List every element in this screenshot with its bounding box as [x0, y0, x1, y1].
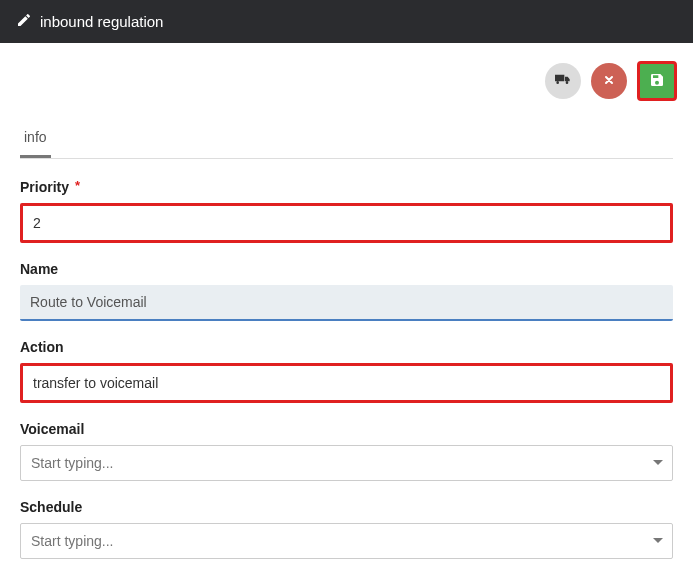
close-button[interactable]	[591, 63, 627, 99]
voicemail-select[interactable]	[20, 445, 673, 481]
action-label: Action	[20, 339, 673, 355]
name-input[interactable]	[20, 285, 673, 321]
tab-info[interactable]: info	[20, 119, 51, 158]
save-button[interactable]	[637, 61, 677, 101]
priority-input[interactable]	[20, 203, 673, 243]
field-schedule: Schedule	[20, 499, 673, 559]
content-area: info Priority * Name Action Voicemail Sc…	[0, 119, 693, 573]
edit-icon	[16, 12, 32, 31]
header-bar: inbound regulation	[0, 0, 693, 43]
required-asterisk: *	[75, 178, 80, 193]
schedule-input[interactable]	[20, 523, 673, 559]
field-name: Name	[20, 261, 673, 321]
field-voicemail: Voicemail	[20, 421, 673, 481]
action-toolbar	[0, 43, 693, 119]
action-input[interactable]	[20, 363, 673, 403]
voicemail-input[interactable]	[20, 445, 673, 481]
schedule-label: Schedule	[20, 499, 673, 515]
field-action: Action	[20, 339, 673, 403]
page-title: inbound regulation	[40, 13, 163, 30]
close-icon	[603, 74, 615, 89]
voicemail-label: Voicemail	[20, 421, 673, 437]
truck-icon	[555, 73, 571, 90]
name-label: Name	[20, 261, 673, 277]
field-priority: Priority *	[20, 179, 673, 243]
priority-label-text: Priority	[20, 179, 69, 195]
truck-button[interactable]	[545, 63, 581, 99]
save-icon	[649, 72, 665, 91]
tab-bar: info	[20, 119, 673, 159]
priority-label: Priority *	[20, 179, 673, 195]
schedule-select[interactable]	[20, 523, 673, 559]
